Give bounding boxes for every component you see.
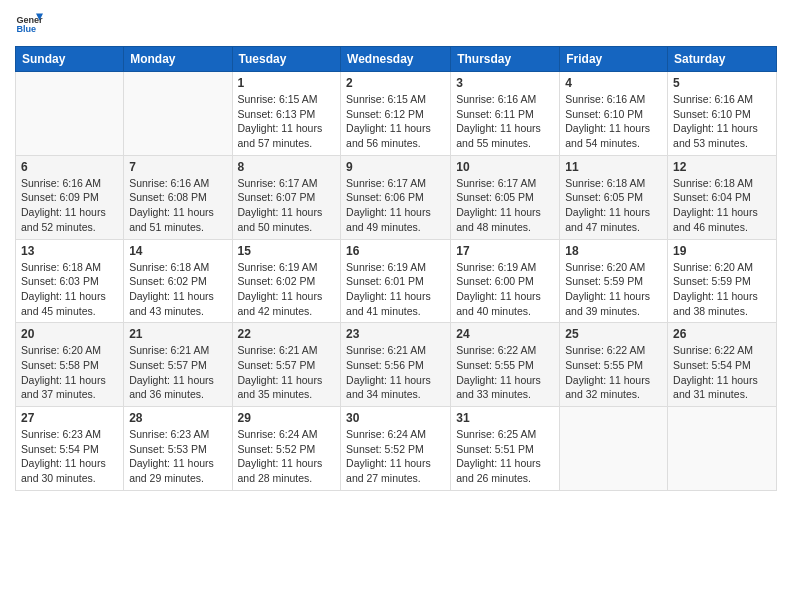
day-number: 23 [346, 327, 445, 341]
weekday-header-monday: Monday [124, 47, 232, 72]
calendar-day-cell: 23Sunrise: 6:21 AMSunset: 5:56 PMDayligh… [341, 323, 451, 407]
weekday-header-saturday: Saturday [668, 47, 777, 72]
weekday-header-thursday: Thursday [451, 47, 560, 72]
day-info: Sunrise: 6:16 AMSunset: 6:08 PMDaylight:… [129, 176, 226, 235]
calendar-day-cell: 28Sunrise: 6:23 AMSunset: 5:53 PMDayligh… [124, 407, 232, 491]
calendar-day-cell: 14Sunrise: 6:18 AMSunset: 6:02 PMDayligh… [124, 239, 232, 323]
weekday-header-tuesday: Tuesday [232, 47, 341, 72]
day-number: 27 [21, 411, 118, 425]
calendar-day-cell: 9Sunrise: 6:17 AMSunset: 6:06 PMDaylight… [341, 155, 451, 239]
calendar-day-cell: 25Sunrise: 6:22 AMSunset: 5:55 PMDayligh… [560, 323, 668, 407]
day-number: 12 [673, 160, 771, 174]
calendar-day-cell: 22Sunrise: 6:21 AMSunset: 5:57 PMDayligh… [232, 323, 341, 407]
calendar-week-row: 13Sunrise: 6:18 AMSunset: 6:03 PMDayligh… [16, 239, 777, 323]
day-info: Sunrise: 6:23 AMSunset: 5:53 PMDaylight:… [129, 427, 226, 486]
day-info: Sunrise: 6:17 AMSunset: 6:07 PMDaylight:… [238, 176, 336, 235]
calendar-day-cell: 12Sunrise: 6:18 AMSunset: 6:04 PMDayligh… [668, 155, 777, 239]
day-number: 18 [565, 244, 662, 258]
day-info: Sunrise: 6:21 AMSunset: 5:57 PMDaylight:… [129, 343, 226, 402]
day-number: 9 [346, 160, 445, 174]
calendar-day-cell: 13Sunrise: 6:18 AMSunset: 6:03 PMDayligh… [16, 239, 124, 323]
day-info: Sunrise: 6:25 AMSunset: 5:51 PMDaylight:… [456, 427, 554, 486]
day-number: 3 [456, 76, 554, 90]
logo-icon: General Blue [15, 10, 43, 38]
day-info: Sunrise: 6:18 AMSunset: 6:03 PMDaylight:… [21, 260, 118, 319]
calendar-day-cell: 16Sunrise: 6:19 AMSunset: 6:01 PMDayligh… [341, 239, 451, 323]
weekday-header-row: SundayMondayTuesdayWednesdayThursdayFrid… [16, 47, 777, 72]
weekday-header-wednesday: Wednesday [341, 47, 451, 72]
calendar-week-row: 6Sunrise: 6:16 AMSunset: 6:09 PMDaylight… [16, 155, 777, 239]
day-number: 2 [346, 76, 445, 90]
calendar-day-cell: 6Sunrise: 6:16 AMSunset: 6:09 PMDaylight… [16, 155, 124, 239]
day-number: 28 [129, 411, 226, 425]
day-number: 7 [129, 160, 226, 174]
calendar-day-cell [124, 72, 232, 156]
calendar-day-cell: 21Sunrise: 6:21 AMSunset: 5:57 PMDayligh… [124, 323, 232, 407]
day-info: Sunrise: 6:22 AMSunset: 5:55 PMDaylight:… [565, 343, 662, 402]
day-info: Sunrise: 6:17 AMSunset: 6:06 PMDaylight:… [346, 176, 445, 235]
calendar-day-cell: 17Sunrise: 6:19 AMSunset: 6:00 PMDayligh… [451, 239, 560, 323]
calendar-day-cell: 20Sunrise: 6:20 AMSunset: 5:58 PMDayligh… [16, 323, 124, 407]
calendar-day-cell: 18Sunrise: 6:20 AMSunset: 5:59 PMDayligh… [560, 239, 668, 323]
calendar-day-cell: 31Sunrise: 6:25 AMSunset: 5:51 PMDayligh… [451, 407, 560, 491]
day-info: Sunrise: 6:23 AMSunset: 5:54 PMDaylight:… [21, 427, 118, 486]
calendar-day-cell: 8Sunrise: 6:17 AMSunset: 6:07 PMDaylight… [232, 155, 341, 239]
svg-text:Blue: Blue [16, 24, 36, 34]
day-number: 25 [565, 327, 662, 341]
day-number: 5 [673, 76, 771, 90]
day-info: Sunrise: 6:16 AMSunset: 6:10 PMDaylight:… [565, 92, 662, 151]
day-info: Sunrise: 6:18 AMSunset: 6:02 PMDaylight:… [129, 260, 226, 319]
day-info: Sunrise: 6:19 AMSunset: 6:02 PMDaylight:… [238, 260, 336, 319]
day-info: Sunrise: 6:24 AMSunset: 5:52 PMDaylight:… [346, 427, 445, 486]
day-number: 31 [456, 411, 554, 425]
calendar-day-cell [668, 407, 777, 491]
page: General Blue SundayMondayTuesdayWednesda… [0, 0, 792, 612]
day-number: 4 [565, 76, 662, 90]
day-info: Sunrise: 6:20 AMSunset: 5:59 PMDaylight:… [565, 260, 662, 319]
day-number: 30 [346, 411, 445, 425]
day-number: 26 [673, 327, 771, 341]
day-info: Sunrise: 6:18 AMSunset: 6:04 PMDaylight:… [673, 176, 771, 235]
day-number: 22 [238, 327, 336, 341]
calendar-table: SundayMondayTuesdayWednesdayThursdayFrid… [15, 46, 777, 491]
day-number: 6 [21, 160, 118, 174]
calendar-day-cell: 24Sunrise: 6:22 AMSunset: 5:55 PMDayligh… [451, 323, 560, 407]
day-number: 14 [129, 244, 226, 258]
calendar-day-cell: 1Sunrise: 6:15 AMSunset: 6:13 PMDaylight… [232, 72, 341, 156]
day-info: Sunrise: 6:21 AMSunset: 5:57 PMDaylight:… [238, 343, 336, 402]
calendar-day-cell: 27Sunrise: 6:23 AMSunset: 5:54 PMDayligh… [16, 407, 124, 491]
calendar-day-cell: 3Sunrise: 6:16 AMSunset: 6:11 PMDaylight… [451, 72, 560, 156]
day-number: 16 [346, 244, 445, 258]
calendar-day-cell: 5Sunrise: 6:16 AMSunset: 6:10 PMDaylight… [668, 72, 777, 156]
calendar-day-cell: 7Sunrise: 6:16 AMSunset: 6:08 PMDaylight… [124, 155, 232, 239]
day-number: 17 [456, 244, 554, 258]
calendar-day-cell: 2Sunrise: 6:15 AMSunset: 6:12 PMDaylight… [341, 72, 451, 156]
calendar-day-cell: 10Sunrise: 6:17 AMSunset: 6:05 PMDayligh… [451, 155, 560, 239]
day-info: Sunrise: 6:19 AMSunset: 6:01 PMDaylight:… [346, 260, 445, 319]
day-info: Sunrise: 6:16 AMSunset: 6:11 PMDaylight:… [456, 92, 554, 151]
day-number: 11 [565, 160, 662, 174]
calendar-week-row: 27Sunrise: 6:23 AMSunset: 5:54 PMDayligh… [16, 407, 777, 491]
day-info: Sunrise: 6:15 AMSunset: 6:13 PMDaylight:… [238, 92, 336, 151]
calendar-day-cell: 29Sunrise: 6:24 AMSunset: 5:52 PMDayligh… [232, 407, 341, 491]
calendar-day-cell: 26Sunrise: 6:22 AMSunset: 5:54 PMDayligh… [668, 323, 777, 407]
day-number: 8 [238, 160, 336, 174]
day-info: Sunrise: 6:22 AMSunset: 5:55 PMDaylight:… [456, 343, 554, 402]
day-number: 15 [238, 244, 336, 258]
calendar-week-row: 1Sunrise: 6:15 AMSunset: 6:13 PMDaylight… [16, 72, 777, 156]
day-info: Sunrise: 6:21 AMSunset: 5:56 PMDaylight:… [346, 343, 445, 402]
day-number: 21 [129, 327, 226, 341]
calendar-day-cell: 15Sunrise: 6:19 AMSunset: 6:02 PMDayligh… [232, 239, 341, 323]
day-info: Sunrise: 6:17 AMSunset: 6:05 PMDaylight:… [456, 176, 554, 235]
calendar-week-row: 20Sunrise: 6:20 AMSunset: 5:58 PMDayligh… [16, 323, 777, 407]
day-info: Sunrise: 6:16 AMSunset: 6:10 PMDaylight:… [673, 92, 771, 151]
day-number: 20 [21, 327, 118, 341]
day-info: Sunrise: 6:16 AMSunset: 6:09 PMDaylight:… [21, 176, 118, 235]
day-info: Sunrise: 6:24 AMSunset: 5:52 PMDaylight:… [238, 427, 336, 486]
day-info: Sunrise: 6:20 AMSunset: 5:59 PMDaylight:… [673, 260, 771, 319]
day-number: 13 [21, 244, 118, 258]
calendar-day-cell: 19Sunrise: 6:20 AMSunset: 5:59 PMDayligh… [668, 239, 777, 323]
weekday-header-friday: Friday [560, 47, 668, 72]
day-number: 24 [456, 327, 554, 341]
day-number: 29 [238, 411, 336, 425]
